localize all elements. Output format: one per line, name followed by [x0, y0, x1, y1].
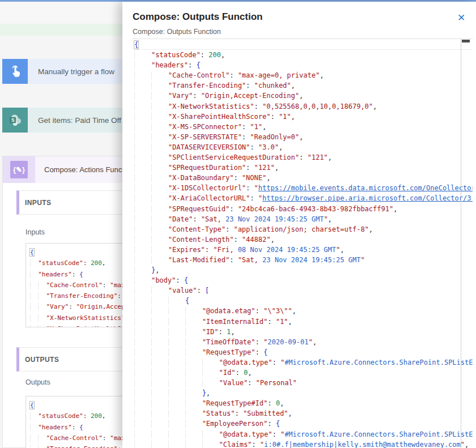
compose-icon-zone: {✎}	[3, 156, 35, 183]
output-code-editor[interactable]: { "statusCode": 200, "headers": { "Cache…	[133, 39, 473, 448]
scrollbar-track[interactable]	[461, 39, 461, 448]
close-icon[interactable]: ✕	[454, 11, 468, 24]
inputs-code-editor[interactable]: { "statusCode": 200, "headers": { "Cache…	[26, 243, 139, 327]
manual-trigger-icon	[2, 59, 28, 84]
getitems-card-label: Get items: Paid Time Off	[28, 108, 122, 133]
compose-card-header[interactable]: {✎} Compose: Actions Function	[3, 156, 126, 183]
action-card-compose: {✎} Compose: Actions Function INPUTS Inp…	[2, 156, 127, 448]
peek-side-panel: Compose: Outputs Function ✕ Compose: Out…	[122, 2, 476, 448]
compose-card-title: Compose: Actions Function	[35, 156, 126, 183]
inputs-label: Inputs	[26, 228, 45, 236]
svg-text:S: S	[11, 117, 14, 123]
panel-subtitle: Compose: Outputs Function	[133, 28, 221, 36]
scrollbar-thumb[interactable]	[462, 40, 470, 42]
outputs-header-label: OUTPUTS	[25, 356, 59, 364]
header-strip	[0, 2, 122, 24]
inputs-header-label: INPUTS	[25, 199, 51, 207]
outputs-label: Outputs	[26, 378, 50, 386]
outputs-code-editor[interactable]: { "statusCode": 200, "headers": { "Cache…	[26, 396, 139, 448]
compose-icon: {✎}	[10, 161, 28, 178]
trigger-card-manual[interactable]: Manually trigger a flow	[2, 59, 122, 84]
success-banner-strip	[0, 24, 122, 36]
panel-title: Compose: Outputs Function	[133, 11, 262, 23]
trigger-card-label: Manually trigger a flow	[28, 59, 122, 84]
action-card-get-items[interactable]: S Get items: Paid Time Off	[2, 108, 122, 133]
sharepoint-icon: S	[2, 108, 28, 133]
power-automate-run-view: Manually trigger a flow S Get items: Pai…	[0, 0, 476, 448]
